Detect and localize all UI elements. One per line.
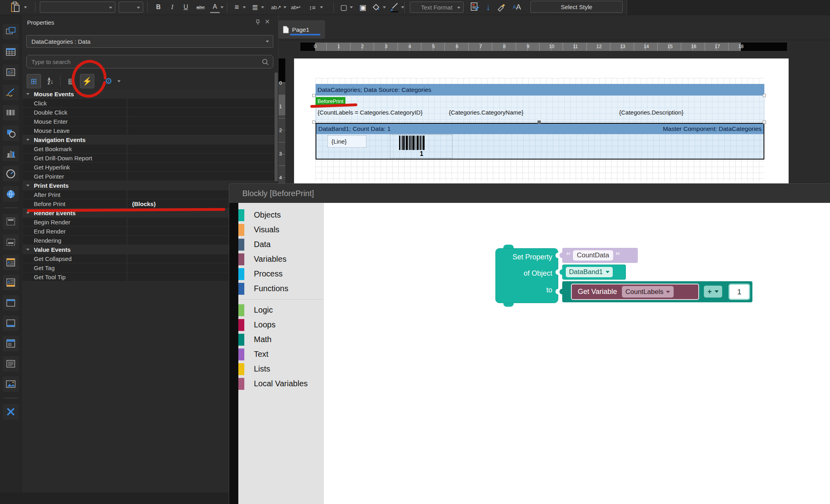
text-angle-chevron-icon[interactable]	[283, 6, 286, 8]
toolbox-category-loops[interactable]: Loops	[238, 317, 324, 332]
toolbox-category-text[interactable]: Text	[238, 347, 324, 362]
sort-alphabetical-button[interactable]: AZ ↓	[43, 74, 58, 88]
borders-chevron-icon[interactable]	[350, 6, 353, 8]
paste-button[interactable]	[8, 1, 23, 13]
line-spacing-button[interactable]: ↕≡	[306, 1, 318, 13]
align-vertical-button[interactable]: ≣	[250, 1, 260, 13]
borders-button[interactable]: ▢	[338, 1, 349, 13]
toolbox-category-variables[interactable]: Variables	[238, 252, 324, 267]
toolbox-category-math[interactable]: Math	[238, 332, 324, 347]
font-color-button[interactable]: A	[210, 1, 220, 13]
variable-dropdown-field[interactable]: CountLabels	[622, 286, 674, 298]
sidebar-item-tools[interactable]	[3, 404, 19, 420]
event-row[interactable]: Get Bookmark	[23, 144, 275, 154]
categorized-view-button[interactable]: ⊞	[27, 74, 41, 88]
cell-description-expression[interactable]: {Categories.Description}	[619, 109, 684, 116]
object-selector-dropdown[interactable]: DataCategories : Data	[26, 35, 273, 48]
italic-button[interactable]: I	[166, 1, 178, 13]
bold-button[interactable]: B	[152, 1, 164, 13]
databand-categories-header[interactable]: DataCategories; Data Source: Categories	[316, 84, 764, 95]
selection-handle[interactable]	[312, 121, 316, 124]
line-text-cell[interactable]: {Line}	[327, 135, 366, 148]
text-brush-button[interactable]	[389, 1, 400, 13]
event-row[interactable]: Get Pointer	[23, 172, 275, 181]
barcode-component[interactable]: 1	[390, 134, 452, 158]
toolbox-category-lists[interactable]: Lists	[238, 362, 324, 376]
sidebar-item-chart[interactable]	[3, 146, 19, 161]
cell-countlabels-expression[interactable]: {CountLabels = Categories.CategoryID}	[318, 109, 423, 116]
blockly-workspace[interactable]: Set Property of Object to “ CountData ” …	[324, 203, 830, 504]
event-category-row[interactable]: Mouse Events	[23, 90, 275, 99]
strikethrough-button[interactable]: abc	[193, 1, 208, 13]
font-size-combo[interactable]	[119, 2, 143, 13]
sidebar-item-report-title-band[interactable]	[3, 214, 19, 230]
style-painter-button[interactable]	[496, 1, 507, 13]
text-case-button[interactable]: A A	[510, 1, 524, 13]
align-horizontal-chevron-icon[interactable]	[243, 6, 246, 8]
event-value[interactable]: (Blocks)	[127, 200, 156, 207]
event-row[interactable]: Get Drill-Down Report	[23, 154, 275, 163]
sidebar-item-footer-band[interactable]	[3, 315, 19, 331]
sidebar-item-data-band[interactable]	[3, 336, 19, 351]
text-angle-button[interactable]: ab↗	[269, 1, 283, 13]
string-value-block[interactable]: “ CountData ”	[562, 248, 638, 263]
text-format-combo[interactable]: Text Format	[410, 2, 464, 13]
get-variable-block[interactable]: Get Variable CountLabels	[571, 284, 699, 300]
databand1[interactable]: DataBand1; Count Data: 1 Master Componen…	[316, 123, 764, 160]
sidebar-item-report-summary-band[interactable]	[3, 234, 19, 250]
toolbox-category-data[interactable]: Data	[238, 237, 324, 252]
frame-button[interactable]: ▣	[357, 1, 368, 13]
sidebar-item-map[interactable]	[3, 186, 19, 202]
paste-chevron-icon[interactable]	[24, 6, 27, 8]
word-wrap-button[interactable]: ab↵	[289, 1, 303, 13]
sidebar-item-page-footer-band[interactable]: A	[3, 275, 19, 290]
toolbox-category-visuals[interactable]: Visuals	[238, 222, 324, 237]
selection-handle-middle[interactable]	[538, 121, 541, 124]
event-category-row[interactable]: Navigation Events	[23, 135, 275, 144]
font-name-combo[interactable]	[40, 2, 115, 13]
align-vertical-chevron-icon[interactable]	[261, 6, 264, 8]
operator-dropdown-field[interactable]: +	[704, 286, 722, 298]
sidebar-item-page-header-band[interactable]: A	[3, 255, 19, 270]
align-horizontal-button[interactable]: ≡	[232, 1, 242, 13]
properties-view-button[interactable]: ▤	[64, 74, 78, 88]
set-property-block[interactable]: Set Property of Object to	[495, 248, 558, 303]
text-brush-chevron-icon[interactable]	[401, 6, 404, 8]
sidebar-item-text-block[interactable]	[3, 356, 19, 372]
sidebar-item-header-band[interactable]	[3, 295, 19, 311]
selection-handle[interactable]	[763, 94, 766, 97]
event-row[interactable]: Mouse Enter	[23, 117, 275, 126]
sidebar-item-table[interactable]	[3, 44, 19, 60]
event-row[interactable]: Get Hyperlink	[23, 163, 275, 172]
sidebar-item-signature[interactable]	[3, 85, 19, 100]
selection-handle[interactable]	[312, 94, 316, 97]
pin-icon[interactable]	[255, 19, 261, 25]
sidebar-item-shapes[interactable]	[3, 125, 19, 141]
event-row[interactable]: Mouse Leave	[23, 126, 275, 135]
search-input[interactable]: Type to search	[26, 55, 273, 68]
sidebar-item-barcode[interactable]	[3, 105, 19, 121]
event-row[interactable]: Double Click	[23, 108, 275, 117]
settings-button[interactable]: ⚙	[101, 74, 116, 88]
toolbox-category-local-variables[interactable]: Local Variables	[238, 376, 324, 391]
object-value-block[interactable]: DataBand1	[562, 265, 626, 280]
underline-button[interactable]: U	[180, 1, 192, 13]
string-value-field[interactable]: CountData	[573, 250, 613, 261]
databand1-content[interactable]: {Line} 1	[316, 134, 764, 159]
conditions-arrow-button[interactable]: ↓	[483, 1, 493, 13]
sidebar-item-clone[interactable]	[3, 24, 19, 39]
page-style-button[interactable]	[469, 1, 481, 13]
fill-color-chevron-icon[interactable]	[383, 6, 386, 8]
selection-handle[interactable]	[763, 121, 766, 124]
databand-categories-content[interactable]: {CountLabels = Categories.CategoryID} {C…	[316, 95, 764, 122]
events-view-button[interactable]: ⚡	[80, 74, 94, 88]
select-style-combo[interactable]: Select Style	[530, 1, 623, 13]
tab-page1[interactable]: Page1	[279, 20, 325, 39]
toolbox-category-objects[interactable]: Objects	[238, 208, 324, 222]
line-spacing-chevron-icon[interactable]	[320, 6, 323, 8]
toolbox-category-logic[interactable]: Logic	[238, 303, 324, 317]
settings-chevron-icon[interactable]	[117, 80, 121, 82]
close-icon[interactable]: ✕	[265, 18, 270, 25]
sidebar-item-image[interactable]	[3, 376, 19, 392]
toolbox-category-functions[interactable]: Functions	[238, 281, 324, 296]
